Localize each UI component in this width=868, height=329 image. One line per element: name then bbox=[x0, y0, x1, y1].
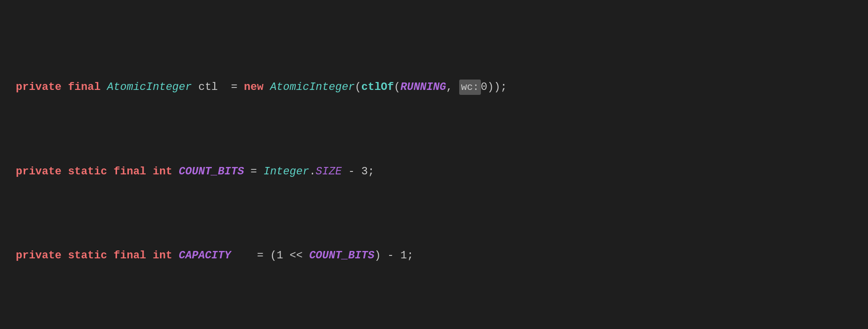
method-ctlof: ctlOf bbox=[361, 81, 394, 93]
punc-semi-1: ; bbox=[368, 165, 374, 178]
punc-comma: , bbox=[446, 81, 459, 93]
num-1-b: 1 bbox=[400, 249, 407, 262]
const-running: RUNNING bbox=[400, 81, 446, 93]
punc-open-paren-3: ( bbox=[270, 249, 276, 262]
const-capacity: CAPACITY bbox=[179, 249, 231, 262]
punc-semi-2: ; bbox=[407, 249, 413, 262]
class-integer: Integer bbox=[264, 165, 309, 178]
var-ctl: ctl bbox=[198, 81, 218, 93]
keyword-int: int bbox=[153, 165, 172, 178]
type-atomicinteger: AtomicInteger bbox=[107, 81, 192, 93]
punc-open-paren-2: ( bbox=[394, 81, 400, 93]
op-minus-2: - bbox=[381, 249, 400, 262]
const-count-bits-2: COUNT_BITS bbox=[309, 249, 374, 262]
keyword-final: final bbox=[68, 81, 101, 93]
op-shift-1: << bbox=[283, 249, 309, 262]
highlight-wc: wc: bbox=[459, 80, 481, 95]
line-2: private static final int COUNT_BITS = In… bbox=[16, 164, 852, 180]
keyword-final-2: final bbox=[114, 165, 146, 178]
keyword-private-3: private bbox=[16, 249, 61, 262]
keyword-static: static bbox=[68, 165, 107, 178]
keyword-final-3: final bbox=[114, 249, 146, 262]
code-block: private final AtomicInteger ctl = new At… bbox=[16, 12, 852, 329]
punc-close-parens: )); bbox=[487, 81, 507, 93]
line-3: private static final int CAPACITY = (1 <… bbox=[16, 247, 852, 264]
keyword-int-2: int bbox=[153, 249, 172, 262]
num-0: 0 bbox=[481, 81, 487, 93]
const-count-bits: COUNT_BITS bbox=[179, 165, 244, 178]
field-size: SIZE bbox=[316, 165, 342, 178]
type-atomicinteger-2: AtomicInteger bbox=[270, 81, 355, 93]
op-minus: - bbox=[342, 165, 361, 178]
op-assign-2: = bbox=[244, 165, 264, 178]
num-1: 1 bbox=[276, 249, 283, 262]
keyword-private: private bbox=[16, 81, 61, 93]
keyword-private-2: private bbox=[16, 165, 61, 178]
op-assign-3: = bbox=[231, 249, 270, 262]
op-assign: = bbox=[225, 81, 244, 93]
keyword-new: new bbox=[244, 81, 264, 93]
punc-open-paren: ( bbox=[355, 81, 361, 93]
line-1: private final AtomicInteger ctl = new At… bbox=[16, 79, 852, 96]
punc-close-paren-3: ) bbox=[374, 249, 381, 262]
punc-dot: . bbox=[309, 165, 316, 178]
num-3: 3 bbox=[361, 165, 368, 178]
keyword-static-2: static bbox=[68, 249, 107, 262]
